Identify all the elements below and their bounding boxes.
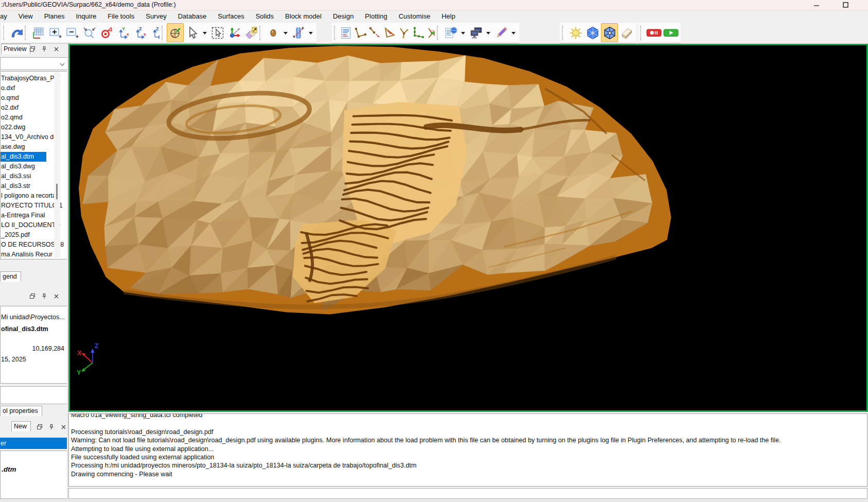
menu-item-ay[interactable]: ay xyxy=(0,12,13,21)
dropdown-caret-icon[interactable] xyxy=(484,23,492,42)
menu-item-help[interactable]: Help xyxy=(436,12,461,21)
file-list-scrollbar[interactable] xyxy=(54,72,60,258)
menu-item-planes[interactable]: Planes xyxy=(39,12,70,21)
close-panel-button[interactable] xyxy=(52,45,60,53)
window-titlebar[interactable]: :/Users/Public/GEOVIA/Surpac/662_x64/dem… xyxy=(0,0,868,11)
segment-branch-icon[interactable] xyxy=(397,23,411,42)
wireframe-ball-icon[interactable] xyxy=(601,23,618,42)
dropdown-caret-icon[interactable] xyxy=(307,23,315,42)
rotate-view-icon[interactable] xyxy=(167,23,184,42)
menu-item-solids[interactable]: Solids xyxy=(250,12,279,21)
restore-panel-button[interactable] xyxy=(36,423,43,430)
solid-ball-icon[interactable] xyxy=(584,23,601,42)
record-icon[interactable] xyxy=(645,23,662,42)
property-size: 10,169,284 xyxy=(32,345,64,352)
zoom-window-icon[interactable] xyxy=(81,23,98,42)
menu-item-customise[interactable]: Customise xyxy=(393,12,436,21)
zoom-out-icon[interactable] xyxy=(64,23,81,42)
svg-text:Z: Z xyxy=(139,26,142,31)
menu-item-view[interactable]: View xyxy=(13,12,39,21)
tab-tool-properties[interactable]: ol properties xyxy=(0,406,42,416)
tab-preview[interactable]: Preview xyxy=(1,44,30,54)
toolbar-drag-handle[interactable] xyxy=(25,26,28,40)
view-plane-xz-icon[interactable]: Zx xyxy=(132,23,149,42)
eraser-icon[interactable] xyxy=(618,23,635,42)
point-marker-icon[interactable] xyxy=(264,23,281,42)
minimize-button[interactable] xyxy=(809,2,824,9)
log-line: Macro 01a_viewing_string_data.tcl comple… xyxy=(71,413,867,419)
menu-item-surfaces[interactable]: Surfaces xyxy=(212,12,250,21)
restore-panel-button[interactable] xyxy=(29,292,36,300)
terrain-model: XZY xyxy=(70,45,866,410)
displays-icon[interactable] xyxy=(467,23,484,42)
play-icon[interactable] xyxy=(662,23,679,42)
menu-item-survey[interactable]: Survey xyxy=(140,12,172,21)
restore-panel-button[interactable] xyxy=(29,45,36,53)
menu-item-block-model[interactable]: Block model xyxy=(279,12,327,21)
segment-dashed-icon[interactable] xyxy=(368,23,382,42)
active-layer-name: .dtm xyxy=(2,465,16,473)
pin-panel-button[interactable] xyxy=(41,45,48,53)
tab-legend[interactable]: gend xyxy=(0,271,21,282)
file-filter-dropdown[interactable] xyxy=(0,57,67,70)
zoom-in-icon[interactable] xyxy=(47,23,64,42)
toolbar-drag-handle[interactable] xyxy=(437,26,440,40)
polyline-points-icon[interactable] xyxy=(411,23,426,42)
pin-icon xyxy=(48,424,55,430)
toolbar-drag-handle[interactable] xyxy=(259,26,262,40)
log-line: Processing h:/mi unidad/proyectos minero… xyxy=(71,461,867,470)
dropdown-caret-icon[interactable] xyxy=(281,23,290,42)
string-document-icon[interactable] xyxy=(339,23,353,42)
axis-z-label: Z xyxy=(95,342,99,350)
zoom-extents-grid-icon[interactable] xyxy=(30,23,47,42)
menu-item-file-tools[interactable]: File tools xyxy=(102,12,140,21)
log-line: Drawing commencing - Please wait xyxy=(71,470,867,478)
layers-panel[interactable]: .dtm xyxy=(0,451,67,499)
svg-text:Z: Z xyxy=(156,26,159,31)
toolbar-drag-handle[interactable] xyxy=(3,26,6,40)
scrollbar-thumb[interactable] xyxy=(56,184,58,199)
view-plane-xy-icon[interactable]: Yx xyxy=(115,23,132,42)
property-date: 15, 2025 xyxy=(1,356,26,363)
3d-viewport[interactable]: XZY xyxy=(68,44,868,412)
close-panel-button[interactable] xyxy=(60,423,67,430)
message-log[interactable]: Macro 01a_viewing_string_data.tcl comple… xyxy=(68,413,867,487)
toolbar-drag-handle[interactable] xyxy=(640,26,643,40)
close-panel-button[interactable] xyxy=(52,292,60,300)
edit-pencil-icon[interactable] xyxy=(492,23,509,42)
maximize-icon xyxy=(842,2,849,8)
dropdown-caret-icon[interactable] xyxy=(459,23,467,42)
select-pointer-icon[interactable] xyxy=(184,23,201,42)
menu-item-plotting[interactable]: Plotting xyxy=(359,12,393,21)
plane-slice-icon[interactable] xyxy=(290,23,307,42)
command-input-bar[interactable] xyxy=(68,488,867,499)
toolbar-drag-handle[interactable] xyxy=(334,26,337,40)
segment-corner-icon[interactable] xyxy=(353,23,368,42)
properties-panel-controls xyxy=(29,292,60,300)
box-select-icon[interactable] xyxy=(209,23,226,42)
file-item-selected[interactable]: al_dis3.dtm xyxy=(1,152,46,162)
menu-item-design[interactable]: Design xyxy=(327,12,359,21)
toolbar-drag-handle[interactable] xyxy=(162,26,165,40)
pin-panel-button[interactable] xyxy=(48,423,55,430)
log-line: Processing tutorials\road_design\road_de… xyxy=(71,428,867,436)
center-target-icon[interactable] xyxy=(98,23,115,42)
layer-row-selected[interactable]: er xyxy=(0,438,67,449)
menu-item-inquire[interactable]: Inquire xyxy=(70,12,102,21)
tab-new-label: New xyxy=(14,423,27,430)
tab-new-layer[interactable]: New xyxy=(11,421,31,431)
menu-item-database[interactable]: Database xyxy=(172,12,212,21)
dropdown-caret-icon[interactable] xyxy=(509,23,518,42)
restore-icon xyxy=(29,46,36,52)
file-info-icon[interactable] xyxy=(442,23,459,42)
pin-panel-button[interactable] xyxy=(41,292,48,300)
move-axes-icon[interactable] xyxy=(226,23,243,42)
toolbar-drag-handle[interactable] xyxy=(562,26,565,40)
log-line: File successfully loaded using external … xyxy=(71,453,867,461)
light-sun-icon[interactable] xyxy=(567,23,584,42)
segment-close-icon[interactable] xyxy=(382,23,397,42)
restore-icon xyxy=(37,424,43,430)
dropdown-caret-icon[interactable] xyxy=(201,23,209,42)
maximize-button[interactable] xyxy=(838,2,853,9)
svg-text:Y: Y xyxy=(122,26,125,31)
